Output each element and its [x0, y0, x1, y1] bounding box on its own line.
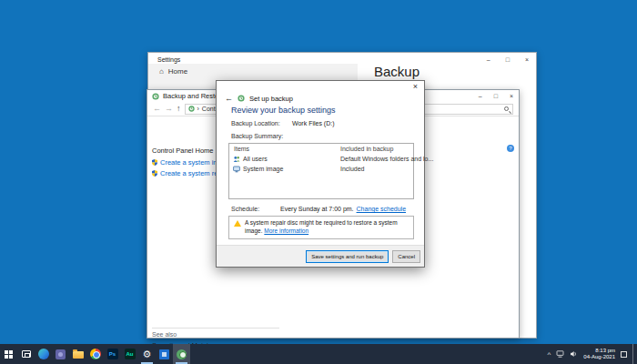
windows-logo-icon — [5, 350, 13, 359]
backup-location-value: Work Files (D:) — [292, 120, 335, 126]
taskbar-icons: Ps Au ⚙ — [0, 344, 190, 364]
taskbar-item-teams[interactable] — [52, 344, 69, 364]
row-item-name: All users — [243, 156, 268, 162]
taskbar-item-edge[interactable] — [35, 344, 52, 364]
forward-arrow-icon[interactable]: → — [165, 105, 173, 113]
settings-titlebar: Settings – □ × — [148, 53, 536, 64]
see-also-heading: See also — [152, 331, 177, 338]
warning-text: A system repair disc might be required t… — [245, 219, 409, 236]
backup-summary-table: Items Included in backup All users Defau… — [228, 143, 414, 199]
backup-restore-icon — [177, 349, 187, 359]
table-row[interactable]: All users Default Windows folders and lo… — [229, 154, 413, 164]
row-included-value: Default Windows folders and lo... — [340, 156, 433, 162]
action-center-icon[interactable] — [621, 351, 627, 358]
tray-expand-caret-icon[interactable]: ^ — [548, 351, 551, 359]
more-information-link[interactable]: More information — [264, 228, 308, 234]
settings-minimize-button[interactable]: – — [487, 56, 490, 63]
taskbar-item-file-explorer[interactable] — [69, 344, 86, 364]
file-explorer-icon — [73, 351, 84, 359]
backup-location-label: Backup Location: — [231, 120, 280, 126]
task-view-button[interactable] — [17, 344, 35, 364]
volume-icon[interactable] — [570, 350, 578, 358]
dialog-titlebar: × — [217, 81, 424, 93]
taskbar-item-audition[interactable]: Au — [121, 344, 138, 364]
taskbar: Ps Au ⚙ ^ — [0, 344, 637, 364]
help-icon[interactable]: ? — [507, 145, 514, 152]
sidebar-item-home[interactable]: ⌂ Home — [159, 67, 358, 76]
settings-window-title: Settings — [157, 56, 180, 63]
edge-icon — [38, 349, 49, 359]
users-icon — [233, 156, 240, 163]
back-arrow-icon[interactable]: ← — [153, 105, 161, 113]
taskbar-item-chrome[interactable] — [86, 344, 104, 364]
schedule-value: Every Sunday at 7:00 pm. — [280, 206, 354, 212]
warning-icon — [234, 220, 241, 227]
breadcrumb-app-icon — [188, 106, 195, 112]
search-input[interactable] — [419, 104, 513, 115]
taskbar-item-photoshop[interactable]: Ps — [104, 344, 121, 364]
control-panel-home-link[interactable]: Control Panel Home — [152, 147, 214, 155]
system-image-icon — [233, 166, 240, 173]
dialog-footer: Save settings and run backup Cancel — [217, 245, 424, 267]
taskbar-clock[interactable]: 8:13 pm 04-Aug-2021 — [583, 348, 615, 360]
table-row[interactable]: System image Included — [229, 164, 413, 174]
dialog-back-arrow-icon[interactable]: ← — [225, 95, 233, 103]
sidebar-divider — [152, 328, 279, 329]
audition-icon: Au — [125, 349, 136, 359]
chrome-icon — [90, 349, 101, 359]
row-included-value: Included — [340, 166, 364, 172]
photos-icon — [159, 349, 169, 359]
network-icon[interactable] — [556, 350, 564, 358]
backup-summary-label: Backup Summary: — [231, 133, 283, 139]
save-settings-run-backup-button[interactable]: Save settings and run backup — [306, 250, 389, 263]
system-tray: ^ 8:13 pm 04-Aug-2021 — [548, 344, 637, 364]
warning-box: A system repair disc might be required t… — [228, 216, 414, 239]
desktop: Settings – □ × ⌂ Home Backup — [0, 0, 637, 364]
dialog-nav: ← Set up backup — [217, 93, 424, 104]
setup-backup-dialog: × ← Set up backup Review your backup set… — [216, 80, 425, 268]
sidebar-home-label: Home — [168, 67, 187, 76]
dialog-close-button[interactable]: × — [413, 83, 418, 91]
uac-shield-icon — [152, 170, 157, 177]
cp-close-button[interactable]: × — [510, 93, 513, 99]
teams-icon — [56, 349, 66, 359]
clock-date: 04-Aug-2021 — [583, 354, 615, 360]
taskbar-item-backup-restore[interactable] — [173, 344, 190, 364]
start-button[interactable] — [0, 344, 17, 364]
schedule-label: Schedule: — [231, 206, 280, 212]
page-title: Backup — [374, 64, 420, 79]
settings-maximize-button[interactable]: □ — [506, 56, 510, 63]
search-icon — [504, 106, 509, 111]
table-header: Items Included in backup — [229, 144, 413, 154]
change-schedule-link[interactable]: Change schedule — [357, 206, 407, 212]
row-item-name: System image — [243, 166, 283, 172]
setup-backup-icon — [238, 95, 245, 102]
clock-time: 8:13 pm — [595, 348, 615, 354]
gear-icon: ⚙ — [143, 349, 152, 359]
settings-close-button[interactable]: × — [525, 56, 529, 63]
cp-minimize-button[interactable]: – — [479, 93, 482, 99]
home-icon: ⌂ — [159, 67, 164, 76]
dialog-heading: Review your backup settings — [231, 106, 336, 115]
backup-restore-app-icon — [152, 93, 159, 100]
cp-maximize-button[interactable]: □ — [494, 93, 498, 99]
uac-shield-icon — [152, 159, 157, 166]
dialog-title: Set up backup — [249, 95, 293, 103]
column-header-items: Items — [234, 146, 249, 152]
column-header-included: Included in backup — [340, 146, 393, 152]
task-view-icon — [22, 350, 31, 358]
photoshop-icon: Ps — [107, 349, 118, 359]
taskbar-item-settings[interactable]: ⚙ — [138, 344, 156, 364]
schedule-row: Schedule: Every Sunday at 7:00 pm. Chang… — [231, 206, 406, 212]
taskbar-item-photos[interactable] — [156, 344, 173, 364]
breadcrumb-chevron: › — [197, 106, 199, 112]
cancel-button[interactable]: Cancel — [392, 250, 420, 263]
show-desktop-button[interactable] — [632, 344, 635, 364]
up-arrow-icon[interactable]: ↑ — [177, 105, 181, 113]
